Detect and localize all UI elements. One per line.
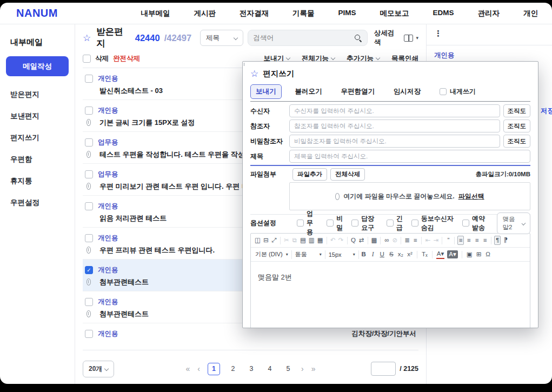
row-checkbox[interactable] [85, 138, 93, 147]
numbered-list-icon[interactable]: ≣ [404, 236, 410, 245]
row-checkbox[interactable] [85, 170, 93, 178]
sidebar-item-mailbox[interactable]: 우편함 [6, 149, 69, 170]
paste-icon[interactable]: ▤ [300, 236, 307, 245]
strikethrough-icon[interactable]: S [388, 250, 395, 259]
mail-subject[interactable]: 읽음 처리관련 테스트 [99, 214, 167, 223]
sidebar-item-sent[interactable]: 보낸편지 [6, 105, 69, 127]
maximize-icon[interactable]: ⤢ [271, 236, 277, 245]
favorite-star-icon[interactable]: ☆ [83, 34, 91, 43]
row-checkbox[interactable] [85, 234, 93, 242]
superscript-icon[interactable]: x² [407, 250, 413, 259]
row-checkbox[interactable] [85, 298, 93, 306]
file-drop-zone[interactable]: 여기에 파일을 마우스로 끌어놓으세요. 파일선택 [289, 182, 530, 210]
preview-icon[interactable]: ◫ [254, 236, 261, 245]
bullet-list-icon[interactable]: ≡ [412, 236, 418, 245]
nav-menu-item[interactable]: 기록물 [292, 9, 315, 18]
unlink-icon[interactable]: ⊘ [391, 236, 398, 245]
nav-menu-item[interactable]: 전자결재 [240, 9, 269, 18]
row-checkbox[interactable] [85, 330, 93, 338]
tab-save-draft[interactable]: 임시저장 [388, 84, 426, 99]
row-checkbox[interactable] [85, 266, 93, 274]
image-icon[interactable]: ▣ [466, 250, 473, 259]
page-size-select[interactable]: 20개 [83, 361, 114, 377]
undo-icon[interactable]: ↶ [330, 236, 336, 245]
page-number[interactable]: 2 [228, 365, 238, 373]
page-number[interactable]: 4 [264, 365, 275, 373]
page-number[interactable]: 3 [246, 365, 257, 373]
nav-menu-item[interactable]: PIMS [338, 9, 356, 18]
last-page-button[interactable]: » [311, 364, 316, 373]
tab-load[interactable]: 불러오기 [290, 84, 328, 99]
nav-menu-item[interactable]: EDMS [433, 9, 454, 18]
italic-icon[interactable]: I [370, 250, 376, 259]
option-checkbox[interactable] [411, 220, 418, 227]
text-color-icon[interactable]: A▾ [436, 250, 444, 260]
row-checkbox[interactable] [85, 107, 93, 115]
nav-menu-item[interactable]: 메모보고 [380, 9, 409, 18]
text-direction-ltr-icon[interactable]: ¶ [494, 236, 501, 245]
bcc-field[interactable] [289, 135, 500, 148]
find-icon[interactable]: Q [350, 236, 357, 245]
clear-files-button[interactable]: 전체삭제 [330, 168, 365, 181]
recipient-field[interactable] [289, 104, 500, 117]
replace-icon[interactable]: ⇄ [358, 236, 365, 245]
editor-body[interactable]: 맺음말 2번 [251, 262, 530, 293]
option-checkbox[interactable] [387, 220, 394, 227]
special-char-icon[interactable]: Ω [485, 250, 491, 259]
blockquote-icon[interactable]: ” [445, 236, 451, 245]
nav-menu-item[interactable]: 게시판 [194, 9, 216, 18]
row-checkbox[interactable] [85, 75, 93, 83]
tab-send[interactable]: 보내기 [250, 84, 282, 99]
copy-icon[interactable]: ⧉ [291, 236, 298, 245]
align-justify-icon[interactable]: ≡ [482, 236, 488, 245]
favorite-star-icon[interactable]: ☆ [250, 69, 258, 78]
delete-button[interactable]: 삭제 [95, 54, 109, 63]
link-icon[interactable]: ∞ [383, 236, 390, 245]
mail-subject[interactable]: 기본 글씨 크기를 15PX로 설정 [99, 118, 195, 128]
subject-field[interactable] [289, 150, 530, 163]
bg-color-icon[interactable]: A▾ [447, 250, 457, 259]
paragraph-format-select[interactable]: 기본 (DIV)▾ [254, 250, 292, 259]
write-to-self-option[interactable]: 내게쓰기 [440, 87, 476, 96]
paste-word-icon[interactable]: ▦ [317, 236, 324, 245]
purge-button[interactable]: 완전삭제 [113, 54, 140, 63]
align-left-icon[interactable]: ≡ [457, 236, 464, 245]
first-page-button[interactable]: « [186, 364, 190, 373]
subscript-icon[interactable]: x₂ [397, 250, 404, 259]
closing-remark-select[interactable]: 맺음말2 [497, 212, 530, 234]
sidebar-item-inbox[interactable]: 받은편지 [6, 84, 69, 105]
mail-subject[interactable]: 첨부관련테스트 [99, 309, 149, 319]
redo-icon[interactable]: ↷ [338, 236, 344, 245]
outdent-icon[interactable]: ⇤ [424, 236, 431, 245]
cut-icon[interactable]: ✂ [283, 236, 290, 245]
select-all-checkbox[interactable] [83, 55, 91, 63]
align-center-icon[interactable]: ≡ [465, 236, 472, 245]
option-checkbox[interactable] [297, 220, 304, 227]
next-page-button[interactable]: › [301, 364, 304, 373]
goto-page-input[interactable] [371, 362, 396, 376]
add-file-button[interactable]: 파일추가 [292, 168, 327, 181]
org-chart-button[interactable]: 조직도 [503, 104, 531, 117]
option-item[interactable]: 비밀 [327, 214, 344, 232]
option-checkbox[interactable] [351, 220, 358, 227]
write-to-self-checkbox[interactable] [440, 88, 447, 95]
underline-icon[interactable]: U [379, 250, 385, 259]
paste-text-icon[interactable]: ▥ [308, 236, 315, 245]
align-right-icon[interactable]: ≡ [474, 236, 480, 245]
compose-mail-button[interactable]: 메일작성 [6, 56, 69, 76]
mail-subject[interactable]: 우편 프리뷰 관련 테스트 우편입니다. [99, 245, 215, 255]
table-icon[interactable]: ⊞ [476, 250, 482, 259]
option-item[interactable]: 업무용 [297, 209, 319, 237]
sidebar-item-write[interactable]: 편지쓰기 [6, 127, 69, 149]
sidebar-item-trash[interactable]: 휴지통 [6, 170, 69, 192]
indent-icon[interactable]: ⇥ [433, 236, 439, 245]
option-item[interactable]: 동보수신자 숨김 [411, 214, 455, 232]
org-chart-button[interactable]: 조직도 [503, 119, 531, 132]
select-all-icon[interactable]: ▩ [371, 236, 378, 245]
print-icon[interactable]: ⊟ [263, 236, 269, 245]
mail-subject[interactable]: 발신취소테스트 - 03 [99, 86, 163, 96]
font-family-select[interactable]: 돋움▾ [294, 250, 325, 259]
tab-open-mailbox[interactable]: 우편함열기 [336, 84, 381, 99]
advanced-search-link[interactable]: 상세검색 [374, 29, 398, 47]
search-input[interactable] [254, 34, 350, 42]
